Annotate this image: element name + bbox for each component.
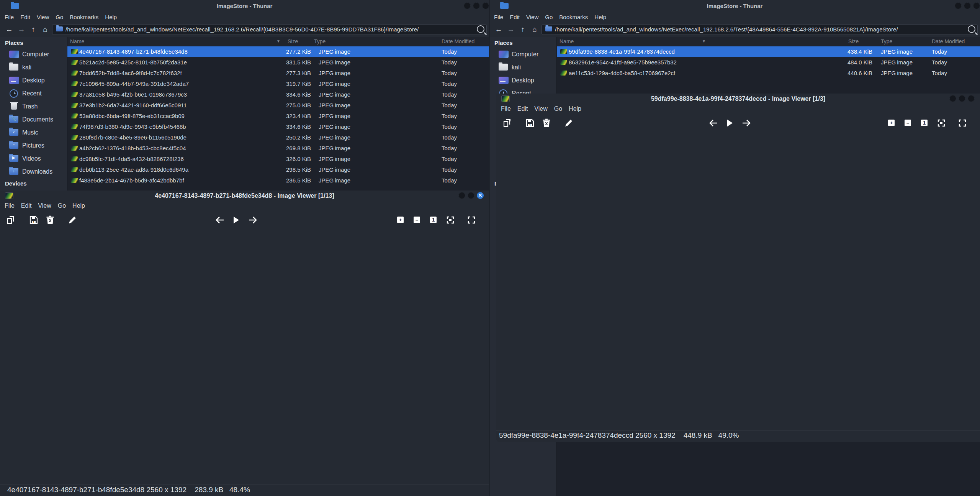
svg-text:1: 1 xyxy=(529,124,531,126)
svg-text:1: 1 xyxy=(33,221,34,223)
